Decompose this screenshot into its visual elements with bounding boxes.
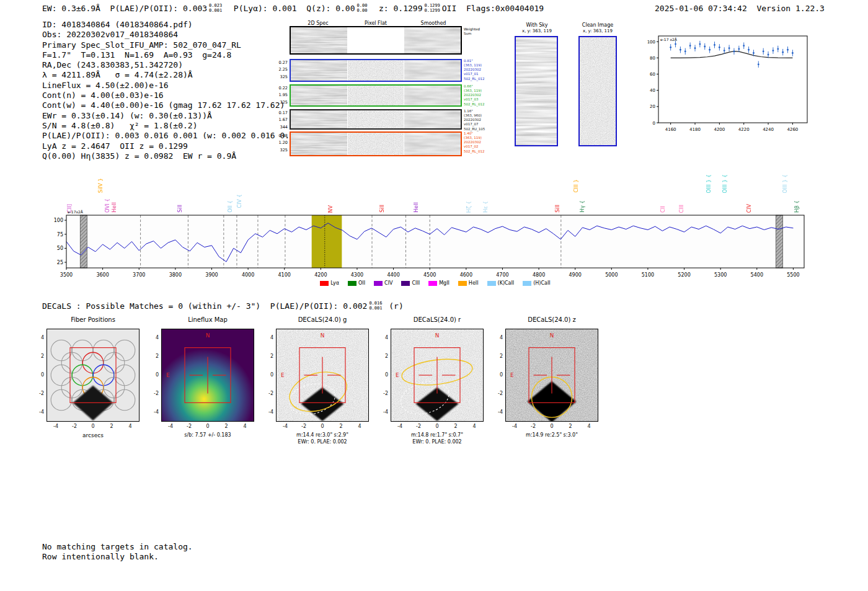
legend-item: (K)CaII bbox=[487, 280, 515, 286]
svg-text:4600: 4600 bbox=[460, 272, 472, 278]
clean-image bbox=[578, 36, 617, 146]
x-tick-label: 0 bbox=[545, 424, 559, 429]
legend-item: HeII bbox=[458, 280, 479, 286]
svg-text:e-17 x2Å: e-17 x2Å bbox=[660, 37, 678, 42]
svg-text:E: E bbox=[281, 372, 285, 378]
panel-decals-z: DECaLS(24.0) z N E m:14.9 re:2.5" s:3.0"… bbox=[493, 316, 614, 451]
x-tick-label: 4 bbox=[582, 424, 596, 429]
svg-text:4300: 4300 bbox=[351, 272, 363, 278]
svg-text:3600: 3600 bbox=[96, 272, 108, 278]
lineflux-map-image: N E bbox=[161, 329, 254, 422]
panel-title: DECaLS(24.0) z bbox=[505, 316, 598, 323]
row2-left-values: 0.22 1.95 325 bbox=[272, 85, 288, 106]
svg-text:50: 50 bbox=[57, 246, 63, 251]
svg-text:4200: 4200 bbox=[314, 272, 327, 278]
svg-text:100: 100 bbox=[647, 40, 655, 45]
decals-plae-uncertainty: 0.0160.001 bbox=[369, 301, 382, 311]
y-tick-label: 0 bbox=[493, 372, 503, 378]
x-tick-label: -4 bbox=[164, 424, 177, 429]
svg-text:4260: 4260 bbox=[787, 127, 798, 132]
x-tick-label: -4 bbox=[393, 424, 407, 429]
x-tick-label: 4 bbox=[353, 424, 366, 429]
y-tick-label: 0 bbox=[149, 372, 159, 378]
compass-east: E bbox=[166, 372, 170, 378]
decals-z-image: N E bbox=[505, 329, 598, 422]
spectrum-legend: LyαOIICIVCIIIMgIIHeII(K)CaII(H)CaII bbox=[66, 280, 804, 286]
legend-swatch bbox=[458, 281, 467, 286]
report-datetime-version: 2025-01-06 07:34:42 Version 1.22.3 bbox=[655, 4, 825, 13]
svg-text:e-17x2Å: e-17x2Å bbox=[68, 210, 84, 214]
fiber-positions-image bbox=[46, 329, 140, 422]
svg-text:4800: 4800 bbox=[533, 272, 545, 278]
svg-text:4000: 4000 bbox=[242, 272, 254, 278]
x-tick-label: 2 bbox=[449, 424, 463, 429]
with-sky-image bbox=[515, 36, 558, 146]
legend-item: Lyα bbox=[320, 280, 339, 286]
svg-text:4240: 4240 bbox=[763, 127, 774, 132]
x-tick-label: 2 bbox=[105, 424, 118, 429]
x-tick-label: 4 bbox=[238, 424, 252, 429]
svg-text:4200: 4200 bbox=[714, 127, 725, 132]
y-tick-label: -4 bbox=[378, 409, 388, 415]
full-spectrum-plot: CII]SiIV }OVI {HeIISiIIOII {CIV {NVSiIIH… bbox=[37, 166, 843, 293]
panel-caption: s/b: 7.57 +/- 0.183 bbox=[147, 432, 268, 438]
legend-item: CIV bbox=[374, 280, 392, 286]
panel-fiber-positions: Fiber Positions arcsecs -4-4-2-2002244 bbox=[34, 316, 155, 451]
svg-text:60: 60 bbox=[650, 72, 655, 77]
svg-text:20: 20 bbox=[650, 104, 655, 109]
y-tick-label: 4 bbox=[378, 335, 388, 340]
legend-swatch bbox=[487, 281, 496, 286]
y-tick-label: 4 bbox=[149, 335, 159, 340]
with-sky-xy: x, y: 363, 119 bbox=[515, 29, 559, 33]
panel-decals-r: DECaLS(24.0) r N E m:14.8 re:1.7" s:0.7"… bbox=[378, 316, 499, 451]
x-tick-label: -4 bbox=[508, 424, 521, 429]
with-sky-title: With Sky bbox=[515, 22, 559, 28]
x-tick-label: 0 bbox=[86, 424, 100, 429]
y-tick-label: 0 bbox=[378, 372, 388, 378]
x-tick-label: -2 bbox=[526, 424, 540, 429]
svg-text:4700: 4700 bbox=[496, 272, 508, 278]
qz-uncertainty: 0.000.00 bbox=[357, 4, 368, 13]
x-tick-label: 0 bbox=[201, 424, 215, 429]
panel-caption: m:14.8 re:1.7" s:0.7" bbox=[376, 432, 498, 438]
svg-text:80: 80 bbox=[650, 56, 655, 61]
spec-row-3 bbox=[290, 109, 462, 130]
row1-left-values: 0.27 2.25 325 bbox=[272, 60, 288, 81]
panel-caption2: EWr: 0. PLAE: 0.002 bbox=[262, 439, 383, 445]
y-tick-label: 2 bbox=[378, 353, 388, 359]
legend-swatch bbox=[401, 281, 410, 286]
y-tick-label: -4 bbox=[493, 409, 503, 415]
weighted-2dspec-image bbox=[291, 27, 347, 53]
x-tick-label: 4 bbox=[123, 424, 137, 429]
y-tick-label: -2 bbox=[378, 391, 388, 396]
legend-item: CIII bbox=[401, 280, 420, 286]
weighted-smoothed-image bbox=[404, 27, 461, 53]
svg-text:N: N bbox=[321, 332, 325, 339]
y-tick-label: -2 bbox=[34, 391, 44, 396]
row3-left-values: 0.17 1.67 344 bbox=[272, 110, 288, 131]
decals-header: DECaLS : Possible Matches = 0 (within +/… bbox=[42, 301, 404, 311]
clean-image-title: Clean Image bbox=[577, 22, 618, 28]
x-tick-label: -2 bbox=[68, 424, 81, 429]
x-tick-label: -4 bbox=[278, 424, 292, 429]
legend-swatch bbox=[428, 281, 437, 286]
legend-swatch bbox=[374, 281, 383, 286]
panel-caption: arcsecs bbox=[32, 432, 154, 438]
row2-right-label: 0.66" (363, 119) 20220302 v017_03 502_RL… bbox=[464, 84, 495, 107]
y-tick-label: -2 bbox=[264, 391, 273, 396]
y-tick-label: 2 bbox=[34, 353, 44, 359]
svg-text:3900: 3900 bbox=[205, 272, 218, 278]
panel-caption2: EWr: 0. PLAE: 0.002 bbox=[376, 439, 498, 445]
x-tick-label: -2 bbox=[297, 424, 311, 429]
y-tick-label: 4 bbox=[34, 335, 44, 340]
svg-text:5000: 5000 bbox=[605, 272, 618, 278]
x-tick-label: 4 bbox=[467, 424, 481, 429]
y-tick-label: 0 bbox=[34, 372, 44, 378]
svg-text:0: 0 bbox=[653, 121, 655, 126]
row1-right-label: 0.81" (363, 119) 20220302 v017_01 502_RL… bbox=[464, 59, 495, 81]
svg-text:5100: 5100 bbox=[642, 272, 654, 278]
svg-text:5200: 5200 bbox=[678, 272, 690, 278]
report-datetime: 2025-01-06 07:34:42 bbox=[655, 4, 747, 13]
y-tick-label: 2 bbox=[493, 353, 503, 359]
compass-north: N bbox=[206, 332, 210, 339]
